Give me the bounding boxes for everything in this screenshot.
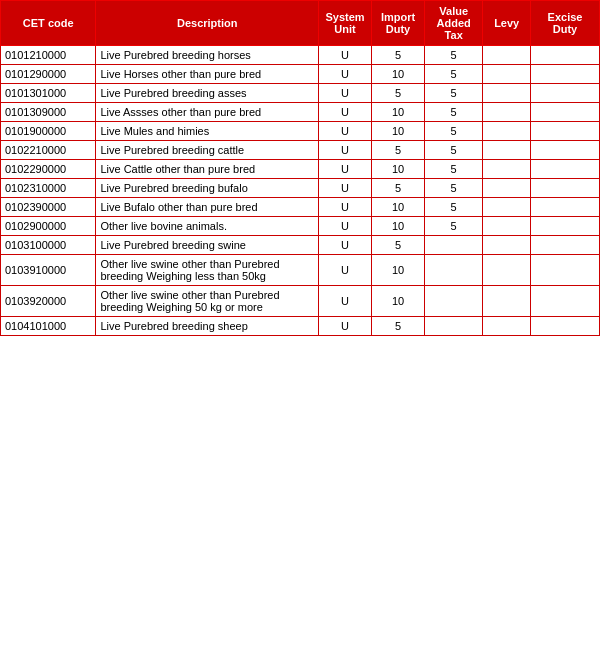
- header-levy: Levy: [483, 1, 531, 46]
- cell-system-unit: U: [319, 65, 372, 84]
- table-row: 0103910000Other live swine other than Pu…: [1, 255, 600, 286]
- cell-excise-duty: [531, 317, 600, 336]
- header-system-unit: System Unit: [319, 1, 372, 46]
- cell-vat: 5: [425, 122, 483, 141]
- cell-system-unit: U: [319, 46, 372, 65]
- cell-system-unit: U: [319, 236, 372, 255]
- cell-excise-duty: [531, 286, 600, 317]
- table-row: 0102390000Live Bufalo other than pure br…: [1, 198, 600, 217]
- cell-cet-code: 0101290000: [1, 65, 96, 84]
- cell-excise-duty: [531, 103, 600, 122]
- table-row: 0102290000Live Cattle other than pure br…: [1, 160, 600, 179]
- cell-import-duty: 10: [372, 255, 425, 286]
- cell-excise-duty: [531, 217, 600, 236]
- cell-vat: 5: [425, 84, 483, 103]
- cell-description: Live Purebred breeding sheep: [96, 317, 319, 336]
- cell-levy: [483, 286, 531, 317]
- cell-cet-code: 0101210000: [1, 46, 96, 65]
- cell-vat: 5: [425, 179, 483, 198]
- cell-vat: 5: [425, 65, 483, 84]
- cell-levy: [483, 84, 531, 103]
- cell-cet-code: 0101900000: [1, 122, 96, 141]
- table-row: 0101900000Live Mules and himiesU105: [1, 122, 600, 141]
- cell-import-duty: 5: [372, 46, 425, 65]
- cell-import-duty: 5: [372, 141, 425, 160]
- cell-system-unit: U: [319, 103, 372, 122]
- cell-description: Other live swine other than Purebred bre…: [96, 286, 319, 317]
- cell-description: Live Assses other than pure bred: [96, 103, 319, 122]
- cell-description: Other live swine other than Purebred bre…: [96, 255, 319, 286]
- table-row: 0104101000Live Purebred breeding sheepU5: [1, 317, 600, 336]
- cell-excise-duty: [531, 255, 600, 286]
- cell-excise-duty: [531, 84, 600, 103]
- cell-levy: [483, 141, 531, 160]
- table-row: 0101301000Live Purebred breeding assesU5…: [1, 84, 600, 103]
- table-row: 0102210000Live Purebred breeding cattleU…: [1, 141, 600, 160]
- table-row: 0103920000Other live swine other than Pu…: [1, 286, 600, 317]
- cell-vat: 5: [425, 217, 483, 236]
- cell-system-unit: U: [319, 84, 372, 103]
- cell-cet-code: 0101301000: [1, 84, 96, 103]
- table-row: 0101290000Live Horses other than pure br…: [1, 65, 600, 84]
- cell-excise-duty: [531, 122, 600, 141]
- cell-cet-code: 0102310000: [1, 179, 96, 198]
- header-value-added-tax: Value Added Tax: [425, 1, 483, 46]
- cell-description: Live Purebred breeding asses: [96, 84, 319, 103]
- cell-vat: 5: [425, 198, 483, 217]
- cell-description: Live Purebred breeding swine: [96, 236, 319, 255]
- cell-cet-code: 0102390000: [1, 198, 96, 217]
- table-row: 0101210000Live Purebred breeding horsesU…: [1, 46, 600, 65]
- cell-levy: [483, 255, 531, 286]
- cell-excise-duty: [531, 236, 600, 255]
- cell-description: Live Purebred breeding horses: [96, 46, 319, 65]
- header-excise-duty: Excise Duty: [531, 1, 600, 46]
- cell-levy: [483, 217, 531, 236]
- cell-description: Live Purebred breeding cattle: [96, 141, 319, 160]
- cell-system-unit: U: [319, 160, 372, 179]
- cell-system-unit: U: [319, 141, 372, 160]
- cell-cet-code: 0104101000: [1, 317, 96, 336]
- cell-levy: [483, 122, 531, 141]
- cell-levy: [483, 65, 531, 84]
- table-row: 0102310000Live Purebred breeding bufaloU…: [1, 179, 600, 198]
- cell-system-unit: U: [319, 286, 372, 317]
- cell-vat: 5: [425, 160, 483, 179]
- cell-vat: 5: [425, 103, 483, 122]
- cell-system-unit: U: [319, 122, 372, 141]
- cell-cet-code: 0102900000: [1, 217, 96, 236]
- cell-import-duty: 5: [372, 179, 425, 198]
- cell-excise-duty: [531, 46, 600, 65]
- header-cet-code: CET code: [1, 1, 96, 46]
- table-row: 0103100000Live Purebred breeding swineU5: [1, 236, 600, 255]
- cell-import-duty: 10: [372, 217, 425, 236]
- cell-levy: [483, 179, 531, 198]
- cell-import-duty: 10: [372, 286, 425, 317]
- cell-import-duty: 10: [372, 198, 425, 217]
- cell-levy: [483, 160, 531, 179]
- cell-import-duty: 5: [372, 317, 425, 336]
- cell-system-unit: U: [319, 179, 372, 198]
- cell-levy: [483, 236, 531, 255]
- cell-import-duty: 5: [372, 84, 425, 103]
- cell-levy: [483, 46, 531, 65]
- cell-excise-duty: [531, 179, 600, 198]
- cell-excise-duty: [531, 198, 600, 217]
- cell-system-unit: U: [319, 198, 372, 217]
- cell-import-duty: 10: [372, 103, 425, 122]
- cell-description: Live Horses other than pure bred: [96, 65, 319, 84]
- cell-cet-code: 0101309000: [1, 103, 96, 122]
- cell-vat: [425, 317, 483, 336]
- cell-description: Live Bufalo other than pure bred: [96, 198, 319, 217]
- cell-levy: [483, 317, 531, 336]
- cell-levy: [483, 198, 531, 217]
- cell-cet-code: 0103910000: [1, 255, 96, 286]
- cell-description: Live Cattle other than pure bred: [96, 160, 319, 179]
- cell-excise-duty: [531, 65, 600, 84]
- cell-excise-duty: [531, 141, 600, 160]
- cell-vat: 5: [425, 46, 483, 65]
- cell-levy: [483, 103, 531, 122]
- cell-cet-code: 0103100000: [1, 236, 96, 255]
- cell-vat: 5: [425, 141, 483, 160]
- cell-vat: [425, 286, 483, 317]
- cell-cet-code: 0102290000: [1, 160, 96, 179]
